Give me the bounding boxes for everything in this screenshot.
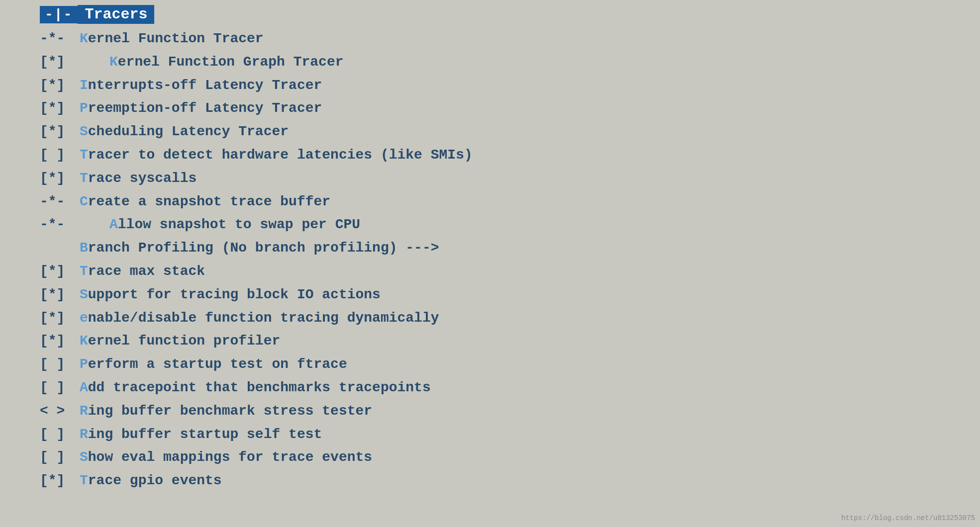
item-label: reate a snapshot trace buffer — [88, 191, 330, 213]
item-label: llow snapshot to swap per CPU — [118, 214, 360, 236]
item-first-letter: C — [80, 191, 88, 213]
item-indicator: [*] — [40, 470, 80, 492]
list-item[interactable]: [ ]Ring buffer startup self test — [40, 424, 980, 446]
item-first-letter: T — [80, 144, 88, 167]
item-label: ernel Function Tracer — [88, 28, 264, 50]
item-indicator: [ ] — [40, 353, 80, 376]
menu-list: -*-Kernel Function Tracer[*]Kernel Funct… — [40, 28, 980, 492]
item-label: ernel function profiler — [88, 330, 280, 352]
list-item[interactable]: [*]Trace gpio events — [40, 470, 980, 492]
item-label: reemption-off Latency Tracer — [88, 97, 322, 120]
item-first-letter: T — [80, 470, 88, 492]
item-first-letter: T — [80, 261, 88, 283]
item-first-letter: T — [80, 168, 88, 190]
item-first-letter: e — [80, 307, 88, 330]
item-first-letter: P — [80, 353, 88, 376]
item-first-letter: K — [80, 330, 88, 352]
list-item[interactable]: [*]Interrupts-off Latency Tracer — [40, 75, 980, 97]
item-label: nterrupts-off Latency Tracer — [88, 75, 322, 97]
item-first-letter: A — [109, 214, 118, 236]
item-label: dd tracepoint that benchmarks tracepoint… — [88, 377, 431, 399]
item-first-letter: P — [80, 97, 88, 120]
item-first-letter: S — [80, 284, 88, 306]
list-item[interactable]: < >Ring buffer benchmark stress tester — [40, 400, 980, 423]
list-item[interactable]: [*]Preemption-off Latency Tracer — [40, 97, 980, 120]
item-label: cheduling Latency Tracer — [88, 121, 289, 143]
item-indicator: -*- — [40, 28, 80, 50]
item-label: upport for tracing block IO actions — [88, 284, 381, 306]
list-item[interactable]: [ ]Add tracepoint that benchmarks tracep… — [40, 377, 980, 399]
list-item[interactable]: [*]Trace max stack — [40, 261, 980, 283]
item-first-letter: A — [80, 377, 88, 399]
list-item[interactable]: -*-Create a snapshot trace buffer — [40, 191, 980, 213]
list-item[interactable]: -*-Kernel Function Tracer — [40, 28, 980, 50]
item-label: ernel Function Graph Tracer — [118, 51, 344, 74]
item-first-letter: K — [109, 51, 118, 74]
header-marker: -|- — [40, 6, 78, 23]
item-label: ing buffer benchmark stress tester — [88, 400, 372, 423]
list-item[interactable]: [ ]Show eval mappings for trace events — [40, 446, 980, 469]
item-label: racer to detect hardware latencies (like… — [88, 144, 473, 167]
item-indicator: [*] — [40, 51, 80, 74]
item-indicator: [*] — [40, 168, 80, 190]
list-item[interactable]: [*]enable/disable function tracing dynam… — [40, 307, 980, 330]
item-indicator: < > — [40, 400, 80, 423]
item-first-letter: K — [80, 28, 88, 50]
list-item[interactable]: [*]Trace syscalls — [40, 168, 980, 190]
item-indicator: [*] — [40, 97, 80, 120]
list-item[interactable]: Branch Profiling (No branch profiling) -… — [40, 237, 980, 260]
url-text: https://blog.csdn.net/u013253075 — [841, 514, 975, 522]
item-indicator: -*- — [40, 214, 80, 236]
item-label: ing buffer startup self test — [88, 424, 322, 446]
item-indicator: [*] — [40, 307, 80, 330]
item-indicator: -*- — [40, 191, 80, 213]
item-label: erform a startup test on ftrace — [88, 353, 347, 376]
item-indicator: [*] — [40, 121, 80, 143]
list-item[interactable]: [*]Support for tracing block IO actions — [40, 284, 980, 306]
item-first-letter: R — [80, 400, 88, 423]
item-indicator: [*] — [40, 330, 80, 352]
item-indicator: [*] — [40, 261, 80, 283]
item-indicator: [ ] — [40, 446, 80, 469]
header-title: Tracers — [78, 5, 154, 24]
item-indicator: [*] — [40, 75, 80, 97]
header-row: -|- Tracers — [40, 5, 980, 24]
item-label: race gpio events — [88, 470, 222, 492]
item-first-letter: S — [80, 121, 88, 143]
item-label: how eval mappings for trace events — [88, 446, 372, 469]
item-label: nable/disable function tracing dynamical… — [88, 307, 439, 330]
item-indicator: [ ] — [40, 144, 80, 167]
list-item[interactable]: [*]Kernel function profiler — [40, 330, 980, 352]
list-item[interactable]: -*-Allow snapshot to swap per CPU — [40, 214, 980, 236]
item-indicator: [ ] — [40, 424, 80, 446]
item-first-letter: R — [80, 424, 88, 446]
item-label: race syscalls — [88, 168, 196, 190]
list-item[interactable]: [ ]Tracer to detect hardware latencies (… — [40, 144, 980, 167]
item-indicator: [ ] — [40, 377, 80, 399]
item-label: ranch Profiling (No branch profiling) --… — [88, 237, 439, 260]
list-item[interactable]: [*]Kernel Function Graph Tracer — [40, 51, 980, 74]
item-first-letter: B — [80, 237, 88, 260]
item-first-letter: I — [80, 75, 88, 97]
list-item[interactable]: [*]Scheduling Latency Tracer — [40, 121, 980, 143]
item-indicator: [*] — [40, 284, 80, 306]
item-first-letter: S — [80, 446, 88, 469]
item-label: race max stack — [88, 261, 205, 283]
list-item[interactable]: [ ]Perform a startup test on ftrace — [40, 353, 980, 376]
